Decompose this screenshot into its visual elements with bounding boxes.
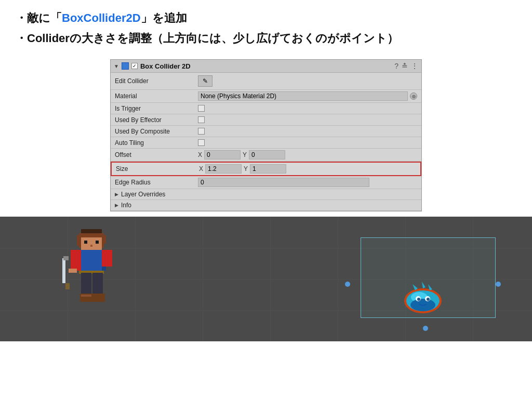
bullet-2: ・Colliderの大きさを調整（上方向には、少し広げておくのがポイント） <box>16 30 516 47</box>
bullet-1: ・敵に「BoxCollider2D」を追加 <box>16 9 516 26</box>
info-label: Info <box>121 202 131 209</box>
is-trigger-checkbox[interactable] <box>198 105 205 112</box>
collapse-arrow-icon[interactable]: ▼ <box>114 63 119 69</box>
component-icon <box>122 62 129 70</box>
inspector-wrapper: ▼ ✓ Box Collider 2D ? ≛ ⋮ Edit Collider … <box>0 55 532 211</box>
edit-collider-row: Edit Collider ✎ <box>111 73 421 90</box>
material-label: Material <box>115 92 198 100</box>
svg-point-29 <box>417 298 420 301</box>
used-by-composite-checkbox[interactable] <box>198 128 205 135</box>
edge-radius-row: Edge Radius <box>111 176 421 189</box>
used-by-composite-label: Used By Composite <box>115 128 198 135</box>
offset-y-input[interactable] <box>249 150 285 159</box>
edit-collider-button[interactable]: ✎ <box>198 75 212 87</box>
layer-overrides-section[interactable]: ▶ Layer Overrides <box>111 189 421 200</box>
material-input[interactable] <box>198 91 408 101</box>
svg-rect-0 <box>81 229 102 233</box>
svg-rect-14 <box>69 269 77 273</box>
svg-rect-2 <box>77 235 81 246</box>
svg-rect-7 <box>90 245 92 247</box>
slime-sprite <box>400 279 446 315</box>
bullet-1-suffix: 」を追加 <box>141 9 187 26</box>
svg-rect-19 <box>92 273 103 296</box>
size-x-label: X <box>199 165 203 172</box>
is-trigger-row: Is Trigger <box>111 103 421 114</box>
auto-tiling-label: Auto Tiling <box>115 139 198 147</box>
used-by-composite-row: Used By Composite <box>111 126 421 137</box>
bullet-2-text: ・Colliderの大きさを調整（上方向には、少し広げておくのがポイント） <box>16 30 398 47</box>
size-fields: X Y <box>199 164 286 174</box>
svg-rect-8 <box>79 250 104 273</box>
size-y-label: Y <box>244 165 248 172</box>
help-icon[interactable]: ? <box>394 62 398 70</box>
offset-row: Offset X Y <box>111 149 421 162</box>
info-arrow-icon: ▶ <box>115 203 118 208</box>
more-icon[interactable]: ⋮ <box>411 62 418 70</box>
auto-tiling-checkbox[interactable] <box>198 139 205 146</box>
edge-radius-label: Edge Radius <box>115 179 198 186</box>
used-by-effector-checkbox[interactable] <box>198 116 205 123</box>
collider-handle-right[interactable] <box>496 282 501 287</box>
svg-rect-17 <box>65 283 70 289</box>
offset-x-label: X <box>198 151 202 158</box>
collider-handle-bottom[interactable] <box>423 326 428 331</box>
slime-area <box>345 232 501 331</box>
info-section[interactable]: ▶ Info <box>111 200 421 211</box>
offset-y-label: Y <box>243 151 247 158</box>
layer-overrides-arrow-icon: ▶ <box>115 192 118 197</box>
size-label: Size <box>116 165 199 172</box>
enabled-checkbox[interactable]: ✓ <box>131 63 138 69</box>
inspector-body: Edit Collider ✎ Material ◎ Is Trigger <box>111 73 421 211</box>
svg-rect-12 <box>71 250 81 271</box>
used-by-effector-label: Used By Effector <box>115 116 198 124</box>
bullet-1-highlight: BoxCollider2D <box>62 9 141 26</box>
inspector-header: ▼ ✓ Box Collider 2D ? ≛ ⋮ <box>111 60 421 73</box>
presets-icon[interactable]: ≛ <box>402 62 408 70</box>
material-picker-icon[interactable]: ◎ <box>410 92 417 100</box>
svg-rect-21 <box>92 294 105 302</box>
collider-handle-left[interactable] <box>345 282 350 287</box>
slime-svg <box>400 279 446 315</box>
is-trigger-label: Is Trigger <box>115 105 198 112</box>
edit-collider-icon: ✎ <box>203 77 208 85</box>
svg-rect-22 <box>81 295 91 297</box>
material-row: Material ◎ <box>111 90 421 103</box>
svg-rect-15 <box>62 258 65 283</box>
svg-point-30 <box>427 298 430 301</box>
svg-rect-5 <box>84 241 87 244</box>
inspector-title: Box Collider 2D <box>140 62 392 70</box>
edge-radius-input[interactable] <box>198 178 369 187</box>
svg-rect-3 <box>102 235 106 244</box>
game-view <box>0 217 532 341</box>
size-row: Size X Y <box>111 162 421 176</box>
svg-marker-32 <box>422 282 425 288</box>
inspector-header-icons: ? ≛ ⋮ <box>394 62 418 70</box>
bullet-1-prefix: ・敵に「 <box>16 9 62 26</box>
svg-rect-13 <box>102 250 112 267</box>
offset-label: Offset <box>115 151 198 158</box>
character-sprite <box>62 227 119 331</box>
offset-x-input[interactable] <box>204 150 241 159</box>
svg-rect-16 <box>63 256 69 260</box>
size-y-input[interactable] <box>250 164 286 174</box>
edit-collider-label: Edit Collider <box>115 77 198 85</box>
bullet-text-area: ・敵に「BoxCollider2D」を追加 ・Colliderの大きさを調整（上… <box>0 0 532 55</box>
character-svg <box>62 227 119 331</box>
auto-tiling-row: Auto Tiling <box>111 137 421 149</box>
material-field: ◎ <box>198 91 417 101</box>
svg-rect-18 <box>81 273 91 296</box>
svg-rect-6 <box>96 241 99 244</box>
used-by-effector-row: Used By Effector <box>111 114 421 126</box>
inspector-panel: ▼ ✓ Box Collider 2D ? ≛ ⋮ Edit Collider … <box>110 59 422 211</box>
offset-fields: X Y <box>198 150 285 159</box>
size-x-input[interactable] <box>205 164 242 174</box>
layer-overrides-label: Layer Overrides <box>121 191 165 198</box>
